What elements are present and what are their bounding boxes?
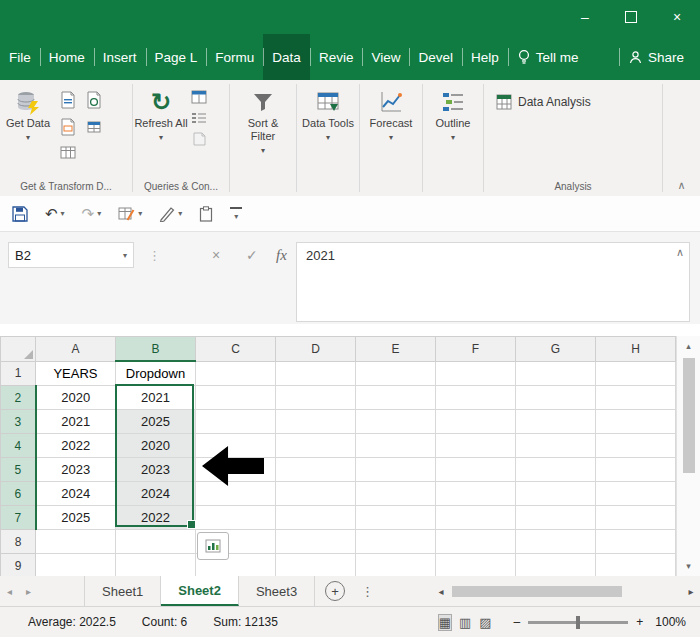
cell[interactable] xyxy=(196,506,276,530)
cell[interactable] xyxy=(516,361,596,386)
cell[interactable] xyxy=(516,506,596,530)
cell-b2-active[interactable]: 2021 xyxy=(116,386,196,410)
horizontal-scrollbar-thumb[interactable] xyxy=(452,586,622,597)
cell[interactable] xyxy=(516,482,596,506)
cell[interactable] xyxy=(276,386,356,410)
sort-filter-button[interactable]: Sort & Filter ▾ xyxy=(235,84,291,157)
redo-button[interactable]: ↷ ▾ xyxy=(82,205,102,223)
cell[interactable] xyxy=(116,530,196,554)
cell[interactable] xyxy=(516,530,596,554)
cell[interactable]: 2020 xyxy=(36,386,116,410)
cell[interactable] xyxy=(516,554,596,578)
cell[interactable]: 2024 xyxy=(116,482,196,506)
cell[interactable] xyxy=(596,386,676,410)
cell[interactable]: 2021 xyxy=(36,410,116,434)
queries-connections-icon[interactable] xyxy=(191,90,207,104)
tab-help[interactable]: Help xyxy=(462,34,508,80)
cell[interactable] xyxy=(436,458,516,482)
cell[interactable] xyxy=(596,554,676,578)
cell[interactable] xyxy=(596,434,676,458)
tab-review[interactable]: Revie xyxy=(310,34,363,80)
name-box[interactable]: B2 ▾ xyxy=(8,242,134,268)
cell[interactable] xyxy=(356,410,436,434)
cell[interactable] xyxy=(356,506,436,530)
cell[interactable] xyxy=(356,386,436,410)
cell[interactable] xyxy=(196,410,276,434)
cell[interactable]: 2024 xyxy=(36,482,116,506)
row-header-selected[interactable]: 6 xyxy=(1,482,36,506)
sheet-tab-sheet3[interactable]: Sheet3 xyxy=(239,576,315,606)
column-header-selected[interactable]: B xyxy=(116,337,196,362)
close-button[interactable]: × xyxy=(654,0,700,34)
column-header[interactable]: H xyxy=(596,337,676,362)
insert-function-button[interactable]: fx xyxy=(276,247,287,264)
cell[interactable] xyxy=(436,482,516,506)
touch-mode-button[interactable] xyxy=(199,206,213,222)
chevron-down-icon[interactable]: ▾ xyxy=(178,209,182,218)
column-header[interactable]: E xyxy=(356,337,436,362)
normal-view-icon[interactable]: ▦ xyxy=(439,615,451,630)
cell[interactable] xyxy=(436,434,516,458)
zoom-slider-track[interactable] xyxy=(528,621,628,624)
cell[interactable] xyxy=(196,482,276,506)
chevron-down-icon[interactable]: ▾ xyxy=(138,209,142,218)
cell[interactable]: Dropdown xyxy=(116,361,196,386)
sheet-nav-left-icon[interactable]: ◂ xyxy=(0,576,19,606)
customize-qat-button[interactable]: ▾ xyxy=(230,207,242,220)
column-header[interactable]: C xyxy=(196,337,276,362)
select-all-corner[interactable] xyxy=(1,337,36,362)
tab-page-layout[interactable]: Page L xyxy=(146,34,207,80)
tab-view[interactable]: View xyxy=(362,34,409,80)
cell[interactable] xyxy=(596,458,676,482)
recent-sources-icon[interactable] xyxy=(86,91,104,109)
from-web-icon[interactable] xyxy=(60,118,78,136)
row-header-selected[interactable]: 3 xyxy=(1,410,36,434)
horizontal-scrollbar[interactable]: ◂ ▸ xyxy=(432,576,700,606)
drag-dots-icon[interactable]: ⋮ xyxy=(148,248,161,263)
cancel-icon[interactable]: × xyxy=(212,247,220,263)
data-analysis-button[interactable]: Data Analysis xyxy=(496,94,591,110)
cell[interactable] xyxy=(436,386,516,410)
vertical-scrollbar[interactable]: ▴ ▾ xyxy=(676,336,700,576)
cell[interactable] xyxy=(36,554,116,578)
tab-home[interactable]: Home xyxy=(40,34,94,80)
cell[interactable]: YEARS xyxy=(36,361,116,386)
formula-input[interactable]: 2021 xyxy=(296,242,690,322)
cell[interactable] xyxy=(516,386,596,410)
cell[interactable] xyxy=(196,434,276,458)
cell[interactable]: 2022 xyxy=(116,506,196,530)
zoom-slider-thumb[interactable] xyxy=(576,616,580,629)
cell[interactable] xyxy=(276,482,356,506)
cell[interactable] xyxy=(36,530,116,554)
cell[interactable] xyxy=(596,410,676,434)
column-header[interactable]: D xyxy=(276,337,356,362)
sheet-nav-right-icon[interactable]: ▸ xyxy=(19,576,38,606)
scroll-up-icon[interactable]: ▴ xyxy=(677,336,700,356)
from-text-icon[interactable] xyxy=(60,91,78,109)
tell-me-box[interactable]: Tell me xyxy=(508,34,588,80)
quick-analysis-button[interactable] xyxy=(197,532,229,560)
cell[interactable] xyxy=(276,410,356,434)
share-button[interactable]: Share xyxy=(619,34,700,80)
sheet-tab-sheet2[interactable]: Sheet2 xyxy=(161,576,239,606)
draw-shape-button[interactable]: ▾ xyxy=(159,206,182,222)
undo-button[interactable]: ↶ ▾ xyxy=(45,205,65,223)
cell[interactable] xyxy=(356,530,436,554)
tab-options-dots-icon[interactable]: ⋮ xyxy=(355,576,380,606)
existing-connections-icon[interactable] xyxy=(60,145,78,161)
column-header[interactable]: A xyxy=(36,337,116,362)
horizontal-scrollbar-track[interactable] xyxy=(450,585,682,598)
cell[interactable] xyxy=(596,482,676,506)
tab-developer[interactable]: Devel xyxy=(409,34,462,80)
column-header[interactable]: F xyxy=(436,337,516,362)
row-header-selected[interactable]: 2 xyxy=(1,386,36,410)
forecast-button[interactable]: Forecast ▾ xyxy=(363,84,419,144)
scroll-left-icon[interactable]: ◂ xyxy=(432,586,450,597)
cell[interactable] xyxy=(276,458,356,482)
enter-check-icon[interactable]: ✓ xyxy=(246,247,258,263)
edit-links-icon[interactable] xyxy=(191,132,207,146)
cell[interactable] xyxy=(436,530,516,554)
cell[interactable] xyxy=(596,361,676,386)
data-tools-button[interactable]: Data Tools ▾ xyxy=(300,84,356,144)
table-edit-button[interactable]: ▾ xyxy=(118,206,142,222)
